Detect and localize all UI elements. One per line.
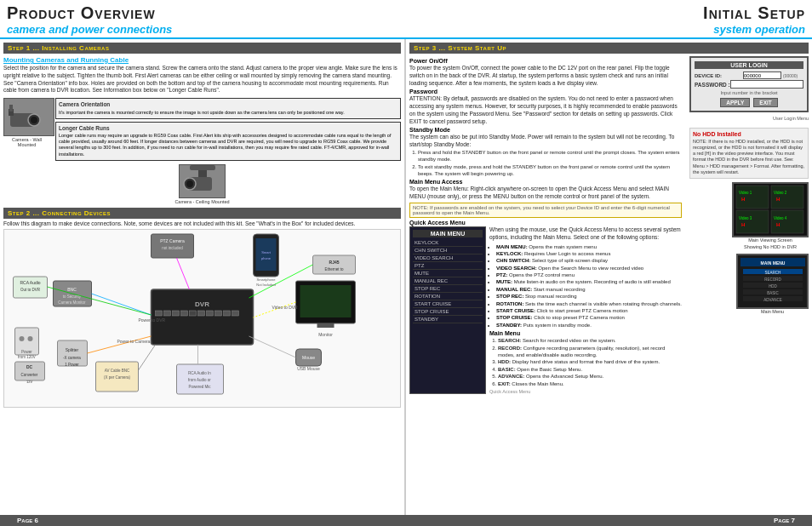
camera-ceiling-section: Camera - Ceiling Mounted xyxy=(3,164,401,204)
svg-text:BASIC: BASIC xyxy=(767,291,779,295)
svg-text:ADVANCE: ADVANCE xyxy=(763,298,781,302)
step3-left-col: Power On/Off To power the system On/Off,… xyxy=(409,56,682,394)
main-menu-screen-section: MAIN MENU SEARCH RECORD HDD BASIC ADVANC… xyxy=(736,254,809,314)
qam-desc-text: When using the mouse, use the Quick Acce… xyxy=(489,226,682,242)
svg-text:Video 3: Video 3 xyxy=(739,216,752,220)
svg-text:not included: not included xyxy=(162,246,183,250)
device-id-input[interactable] xyxy=(743,71,781,79)
svg-text:Out to DVR: Out to DVR xyxy=(20,288,41,292)
step2-section: Step 2 ... Connecting Devices Follow thi… xyxy=(3,208,401,512)
qam-item-rotation: ROTATION xyxy=(413,293,483,300)
apply-button[interactable]: APPLY xyxy=(720,98,750,107)
step1-header: Step 1 ... Installing Cameras xyxy=(3,43,401,54)
camera-wall-image xyxy=(3,98,54,136)
svg-text:Camera Monitor: Camera Monitor xyxy=(58,300,86,305)
svg-rect-19 xyxy=(215,311,222,316)
qam-section: MAIN MENU KEYLOCK CHN SWITCH VIDEO SEARC… xyxy=(409,226,682,394)
svg-line-50 xyxy=(92,294,152,315)
qam-item-manual-rec: MANUAL REC xyxy=(413,277,483,285)
step1-body: Select the position for the camera and s… xyxy=(3,65,401,204)
login-note: Input number in the bracket xyxy=(695,90,803,95)
main-menu-list-title: Main Menu xyxy=(489,330,682,336)
camera-info-boxes: Camera Orientation It's important the ca… xyxy=(55,98,401,161)
camera-ceiling-label: Camera - Ceiling Mounted xyxy=(3,199,401,204)
svg-rect-23 xyxy=(300,285,352,317)
device-id-label: DEVICE ID: xyxy=(695,73,741,78)
svg-line-31 xyxy=(249,336,296,357)
camera-wall-section: Camera - Wall Mounted xyxy=(3,98,50,161)
step1-subsection: Mounting Cameras and Running Cable xyxy=(3,56,401,64)
main-viewing-label: Main Viewing ScreenShowing No HDD in DVR xyxy=(732,237,809,250)
svg-rect-15 xyxy=(181,311,188,316)
svg-text:Powered Mic: Powered Mic xyxy=(188,385,211,389)
qam-desc-chn-switch: CHN SWITCH: Select type of split-screen … xyxy=(496,257,682,264)
qam-desc-rotation: ROTATION: Sets the time each channel is … xyxy=(496,300,682,307)
svg-rect-16 xyxy=(190,311,197,316)
qam-item-mute: MUTE xyxy=(413,270,483,277)
step2-diagram: DVR Monitor xyxy=(3,229,401,408)
svg-text:HDD: HDD xyxy=(769,284,777,289)
camera-ceiling-image xyxy=(179,164,226,198)
qam-desc-main-menu: MAIN MENU: Opens the main system menu xyxy=(496,243,682,250)
qam-item-stop-rec: STOP REC xyxy=(413,285,483,293)
main-viewing-screen: Video 1 Video 2 Video 3 Video 4 H H H H xyxy=(732,182,809,237)
qam-item-ptz: PTZ xyxy=(413,262,483,270)
page-footer: Page 6 Page 7 xyxy=(0,515,812,526)
svg-text:MAIN MENU: MAIN MENU xyxy=(760,260,785,266)
right-subtitle: system operation xyxy=(703,23,805,36)
svg-text:BNC: BNC xyxy=(67,287,77,292)
qam-item-keylock: KEYLOCK xyxy=(413,239,483,247)
svg-text:Power to DVR: Power to DVR xyxy=(139,317,166,323)
standby-list: Press and hold the STANDBY button on the… xyxy=(409,149,682,178)
power-title: Power On/Off xyxy=(409,58,682,64)
qam-item-stop-cruise: STOP CRUISE xyxy=(413,308,483,316)
svg-text:RJ45: RJ45 xyxy=(329,260,340,265)
exit-button[interactable]: EXIT xyxy=(753,98,777,107)
user-login-caption: User Login Menu xyxy=(773,116,809,121)
step3-header-text: Step 3 ... System Start Up xyxy=(414,44,506,52)
main-menu-svg: MAIN MENU SEARCH RECORD HDD BASIC ADVANC… xyxy=(739,256,807,307)
svg-text:DC: DC xyxy=(26,364,33,369)
mm-item-hdd: HDD: Display hard drive status and forma… xyxy=(498,358,682,365)
svg-text:Video to DVR: Video to DVR xyxy=(272,305,299,310)
right-title: Initial Setup xyxy=(703,3,805,23)
password-text: ATTENTION: By default, passwords are dis… xyxy=(409,95,682,125)
svg-text:USB Mouse: USB Mouse xyxy=(297,366,320,371)
mm-item-advance: ADVANCE: Opens the Advanced Setup Menu. xyxy=(498,373,682,380)
qam-desc-video-search: VIDEO SEARCH: Open the Search Menu to vi… xyxy=(496,265,682,272)
qam-menu-title: MAIN MENU xyxy=(413,230,483,237)
camera-orientation-text: It's important the camera is mounted cor… xyxy=(59,110,397,116)
password-input[interactable] xyxy=(730,80,803,89)
svg-text:PTZ Camera: PTZ Camera xyxy=(160,238,185,243)
svg-rect-21 xyxy=(232,311,239,316)
main-menu-note: NOTE: If passwords are enabled on the sy… xyxy=(409,203,682,218)
qam-desc-start-cruise: START CRUISE: Click to start preset PTZ … xyxy=(496,307,682,314)
svg-text:Ethernet to: Ethernet to xyxy=(324,267,344,272)
step2-text: Follow this diagram to make device conne… xyxy=(3,220,401,228)
main-menu-screen-label: Main Menu xyxy=(736,309,809,314)
qam-desc-standby: STANDBY: Puts system in standby mode. xyxy=(496,322,682,329)
longer-cable-box: Longer Cable Runs Longer cable runs may … xyxy=(55,122,401,161)
svg-point-9 xyxy=(186,180,193,187)
qam-title: Quick Access Menu xyxy=(409,220,682,226)
qam-menu-box: MAIN MENU KEYLOCK CHN SWITCH VIDEO SEARC… xyxy=(409,226,486,394)
main-menu-screen: MAIN MENU SEARCH RECORD HDD BASIC ADVANC… xyxy=(736,254,809,309)
step1-section: Step 1 ... Installing Cameras Mounting C… xyxy=(3,43,401,204)
mm-item-basic: BASIC: Open the Basic Setup Menu. xyxy=(498,366,682,373)
header-left: Product Overview camera and power connec… xyxy=(7,3,172,36)
camera-wall-label: Camera - Wall Mounted xyxy=(3,137,50,147)
longer-cable-text: Longer cable runs may require an upgrade… xyxy=(59,133,397,157)
svg-text:1 Power: 1 Power xyxy=(65,363,79,367)
standby-title: Standby Mode xyxy=(409,127,682,133)
user-login-box: USER LOGIN DEVICE ID: (00000) PASSWORD :… xyxy=(689,56,809,112)
svg-line-58 xyxy=(177,258,190,289)
qam-items-list: MAIN MENU: Opens the main system menu KE… xyxy=(489,243,682,329)
qam-desc-manual-rec: MANUAL REC: Start manual recording xyxy=(496,286,682,293)
step3-right-col: USER LOGIN DEVICE ID: (00000) PASSWORD :… xyxy=(685,56,809,394)
standby-text: The system can also be put into Standby … xyxy=(409,134,682,149)
svg-rect-12 xyxy=(156,311,163,316)
camera-orientation-box: Camera Orientation It's important the ca… xyxy=(55,98,401,119)
camera-orientation-title: Camera Orientation xyxy=(59,101,397,108)
svg-point-38 xyxy=(28,336,33,341)
svg-text:Power: Power xyxy=(21,350,32,354)
